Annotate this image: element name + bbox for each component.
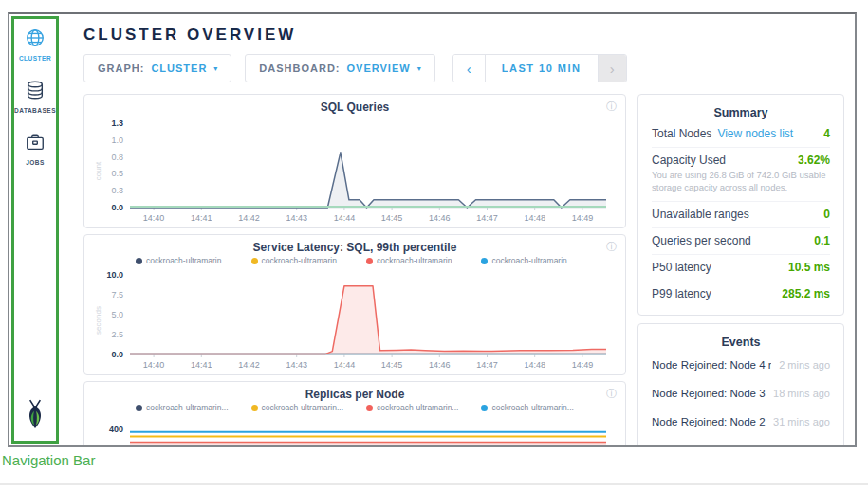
legend-label: cockroach-ultramarin...	[377, 403, 458, 412]
summary-row-value: 3.62%	[798, 154, 830, 167]
navigation-bar: CLUSTER DATABASES JOBS	[11, 16, 59, 444]
time-range-label[interactable]: LAST 10 MIN	[486, 55, 598, 82]
controls-row: GRAPH: CLUSTER ▾ DASHBOARD: OVERVIEW ▾ ‹…	[83, 54, 847, 82]
legend-label: cockroach-ultramarin...	[146, 403, 228, 412]
dashboard-dropdown[interactable]: DASHBOARD: OVERVIEW ▾	[245, 54, 434, 82]
legend-dot-icon	[136, 258, 142, 264]
event-row[interactable]: Node Rejoined: Node 4 rej... 2 mins ago	[652, 351, 830, 379]
legend-dot-icon	[251, 405, 258, 411]
view-nodes-list-link[interactable]: View nodes list	[717, 127, 793, 140]
legend-item[interactable]: cockroach-ultramarin...	[366, 256, 458, 265]
chevron-down-icon: ▾	[417, 64, 421, 73]
legend-label: cockroach-ultramarin...	[491, 403, 573, 412]
page-title: CLUSTER OVERVIEW	[83, 26, 847, 45]
svg-text:14:46: 14:46	[429, 213, 451, 223]
svg-text:1.0: 1.0	[111, 136, 123, 145]
service-latency-chart-card: Service Latency: SQL, 99th percentile ⓘ …	[83, 234, 626, 375]
summary-row-label: P99 latency	[652, 287, 711, 300]
svg-text:14:41: 14:41	[191, 360, 212, 370]
legend-label: cockroach-ultramarin...	[146, 256, 228, 265]
navigation-bar-caption: Navigation Bar	[2, 452, 95, 468]
svg-text:14:40: 14:40	[143, 213, 165, 223]
event-time: 31 mins ago	[773, 416, 830, 427]
summary-row-value: 285.2 ms	[782, 287, 830, 300]
chart-title: SQL Queries	[92, 100, 618, 114]
sidebar-item-label: DATABASES	[14, 107, 56, 114]
graph-dropdown[interactable]: GRAPH: CLUSTER ▾	[83, 54, 231, 82]
svg-text:14:48: 14:48	[524, 360, 545, 370]
summary-title: Summary	[652, 106, 830, 119]
sidebar-item-label: JOBS	[26, 159, 45, 166]
capacity-used-note: You are using 26.8 GiB of 742.0 GiB usab…	[652, 170, 830, 194]
svg-text:14:45: 14:45	[381, 360, 403, 370]
legend-item[interactable]: cockroach-ultramarin...	[366, 403, 458, 412]
svg-text:14:40: 14:40	[143, 360, 165, 370]
sidebar-item-cluster[interactable]: CLUSTER	[19, 27, 51, 62]
svg-text:0.3: 0.3	[111, 186, 123, 195]
summary-panel: Summary Total Nodes View nodes list 4 Ca…	[637, 94, 844, 316]
summary-row-value: 0	[823, 208, 830, 221]
event-row[interactable]: Node Rejoined: Node 3 rej... 18 mins ago	[652, 379, 830, 408]
legend-item[interactable]: cockroach-ultramarin...	[136, 256, 228, 265]
legend-item[interactable]: cockroach-ultramarin...	[481, 403, 573, 412]
summary-row-label: Capacity Used	[652, 154, 726, 167]
event-time: an hour ago	[774, 445, 830, 447]
legend-item[interactable]: cockroach-ultramarin...	[481, 256, 573, 265]
sql-queries-chart: 14:4014:4114:4214:4314:4414:4514:4614:47…	[92, 117, 616, 226]
svg-text:0.5: 0.5	[111, 169, 123, 178]
svg-text:14:46: 14:46	[429, 360, 451, 370]
legend-dot-icon	[481, 258, 488, 264]
event-row[interactable]: Node Rejoined: Node 2 rej... 31 mins ago	[652, 408, 830, 436]
info-icon[interactable]: ⓘ	[606, 100, 617, 114]
events-panel: Events Node Rejoined: Node 4 rej... 2 mi…	[637, 323, 844, 447]
dashboard-dropdown-label: DASHBOARD:	[259, 63, 340, 74]
svg-text:1.3: 1.3	[111, 118, 123, 128]
summary-row-label: P50 latency	[652, 261, 711, 274]
legend-item[interactable]: cockroach-ultramarin...	[136, 403, 228, 412]
charts-column: SQL Queries ⓘ 14:4014:4114:4214:4314:441…	[83, 94, 626, 447]
main-content: CLUSTER OVERVIEW GRAPH: CLUSTER ▾ DASHBO…	[61, 14, 855, 445]
summary-row-unavailable-ranges: Unavailable ranges 0	[652, 202, 830, 228]
chart-legend: cockroach-ultramarin...cockroach-ultrama…	[92, 256, 618, 265]
svg-text:14:41: 14:41	[191, 213, 212, 223]
summary-row-value: 10.5 ms	[788, 261, 830, 274]
legend-label: cockroach-ultramarin...	[491, 256, 573, 265]
sidebar-item-jobs[interactable]: JOBS	[25, 132, 46, 166]
svg-text:10.0: 10.0	[106, 270, 123, 280]
events-title: Events	[652, 336, 830, 349]
summary-row-value: 4	[823, 127, 830, 140]
svg-text:14:47: 14:47	[476, 213, 498, 223]
svg-text:14:42: 14:42	[238, 360, 260, 370]
svg-text:0.8: 0.8	[111, 153, 123, 162]
legend-label: cockroach-ultramarin...	[377, 256, 458, 265]
event-time: 2 mins ago	[779, 359, 830, 371]
summary-row-value: 0.1	[814, 234, 830, 247]
legend-label: cockroach-ultramarin...	[262, 403, 343, 412]
sql-queries-chart-card: SQL Queries ⓘ 14:4014:4114:4214:4314:441…	[83, 94, 626, 228]
chart-title: Service Latency: SQL, 99th percentile	[92, 241, 618, 254]
briefcase-icon	[25, 132, 46, 156]
legend-item[interactable]: cockroach-ultramarin...	[251, 403, 343, 412]
svg-text:5.0: 5.0	[111, 310, 123, 319]
svg-text:14:48: 14:48	[524, 213, 545, 223]
dashboard-dropdown-value: OVERVIEW	[347, 63, 411, 74]
time-range-next-button[interactable]: ›	[598, 55, 626, 82]
summary-row-label: Total Nodes	[652, 127, 711, 140]
page-divider	[0, 483, 868, 485]
info-icon[interactable]: ⓘ	[606, 240, 617, 254]
svg-text:14:43: 14:43	[286, 360, 307, 370]
svg-text:count: count	[94, 161, 102, 180]
chart-legend: cockroach-ultramarin...cockroach-ultrama…	[92, 403, 618, 412]
event-row[interactable]: Node Rejoined: Node 1 rej... an hour ago	[652, 436, 830, 447]
legend-dot-icon	[136, 405, 142, 411]
summary-row-label: Unavailable ranges	[652, 208, 749, 221]
svg-text:14:42: 14:42	[238, 213, 260, 223]
sidebar-item-databases[interactable]: DATABASES	[14, 80, 56, 114]
cockroachdb-logo[interactable]	[23, 399, 47, 433]
legend-item[interactable]: cockroach-ultramarin...	[251, 256, 343, 265]
service-latency-chart: 14:4014:4114:4214:4314:4414:4514:4614:47…	[92, 268, 616, 372]
time-range-prev-button[interactable]: ‹	[453, 55, 486, 82]
svg-text:0.0: 0.0	[111, 350, 123, 359]
info-icon[interactable]: ⓘ	[606, 387, 617, 401]
chevron-down-icon: ▾	[213, 64, 217, 73]
